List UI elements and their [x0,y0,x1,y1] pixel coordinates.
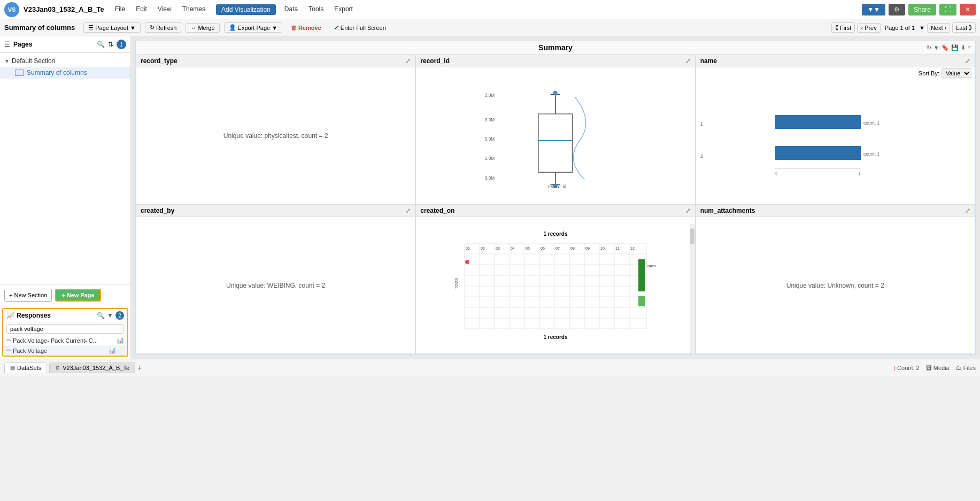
last-page-button[interactable]: Last ⟫ [952,22,976,33]
panel-name-expand[interactable]: ⤢ [965,57,970,65]
panel-num-attachments-expand[interactable]: ⤢ [965,207,970,214]
add-tab-button[interactable]: + [137,364,142,372]
svg-text:06: 06 [541,246,545,250]
viz-menu-icon[interactable]: ≡ [968,44,971,51]
add-visualization-button[interactable]: Add Visualization [216,4,276,15]
response-item-1[interactable]: ✏ Pack Voltage- Pack Current- C... 📊 [3,335,127,345]
sort-by-label: Sort By: [919,70,939,76]
dataset-tab-label: V23Jan03_1532_A_B_Te [63,365,129,371]
boxplot-q1-label: 3.0M [485,156,495,161]
panel-name-content: V23Jan03_1532_A_B_Test1 count: 1 V22Nov0… [696,79,975,204]
sort-by-row: Sort By: Value Label [696,67,975,79]
boxplot-q3-label: 3.0M [485,117,495,122]
expand-button[interactable]: ⛶ [939,4,956,16]
svg-text:count: 1: count: 1 [863,151,880,157]
filter-button[interactable]: ▼▼ [862,4,885,16]
page-item-summary[interactable]: Summary of columns [0,67,130,79]
panel-num-attachments-header: num_attachments ⤢ [696,205,975,217]
sidebar-sort-button[interactable]: ⇅ [108,41,113,48]
viz-filter-icon[interactable]: ▼ [933,44,939,51]
svg-text:V23Jan03_1532_A_B_Test1: V23Jan03_1532_A_B_Test1 [700,121,703,127]
media-label: 🖼 Media [926,365,950,371]
menu-themes[interactable]: Themes [180,4,207,15]
dataset-tab[interactable]: 🗎 V23Jan03_1532_A_B_Te [49,363,135,373]
title-bar: VS V23Jan03_1532_A_B_Te File Edit View T… [0,0,980,19]
response-label-2: Pack Voltage [13,348,106,354]
refresh-button[interactable]: ↻ Refresh [145,22,182,33]
svg-rect-52 [638,291,645,296]
datasets-label: DataSets [17,365,41,371]
layout-icon: ☰ [88,24,94,31]
panel-record-type-content: Unique value: physicaltest, count = 2 [136,67,415,204]
merge-button[interactable]: ↔ Merge [186,23,219,33]
response-item-2[interactable]: ✏ Pack Voltage 📊 ⋮ [3,345,127,356]
svg-text:05: 05 [526,246,530,250]
response-more-button[interactable]: ⋮ [118,347,124,354]
svg-text:03: 03 [496,246,500,250]
chevron-down-icon: ▼ [130,25,136,31]
export-page-button[interactable]: 👤 Export Page ▼ [224,22,282,33]
page-layout-button[interactable]: ☰ Page Layout ▼ [83,22,141,33]
panel-record-type-header: record_type ⤢ [136,55,415,67]
responses-filter-button[interactable]: ▼ [107,312,113,319]
viz-title: Summary [417,43,694,52]
prev-icon: ‹ [861,25,863,31]
count-label: | Count: 2 [894,365,920,371]
viz-bookmark-icon[interactable]: 🔖 [942,44,949,51]
share-button[interactable]: Share [908,4,936,16]
bottom-bar-right: | Count: 2 🖼 Media 🗂 Files [894,365,976,371]
svg-text:10: 10 [600,246,605,250]
responses-label: Responses [17,312,95,319]
remove-button[interactable]: 🗑 Remove [287,24,326,32]
svg-text:08: 08 [570,246,575,250]
prev-page-button[interactable]: ‹ Prev [857,23,880,33]
panel-record-type-title: record_type [141,57,403,65]
svg-text:09: 09 [585,246,590,250]
pages-label: Pages [13,41,94,48]
svg-rect-2 [538,114,573,172]
svg-text:04: 04 [511,246,515,250]
summary-columns-title: Summary of columns [4,24,75,32]
viz-save-icon[interactable]: 💾 [951,44,959,51]
media-icon: 🖼 [926,365,932,371]
content-area: ☰ Pages 🔍 ⇅ 1 ▼ Default Section Summary … [0,36,980,359]
viz-refresh-icon[interactable]: ↻ [927,44,931,51]
first-page-button[interactable]: ⟪ First [831,22,855,33]
boxplot-svg: 3.0M 3.0M 3.0M 3.0M 3.0M [420,82,690,189]
person-icon: 👤 [229,24,236,31]
menu-tools[interactable]: Tools [306,4,326,15]
menu-edit[interactable]: Edit [134,4,149,15]
fullscreen-icon: ⤢ [334,24,339,31]
panel-record-type-expand[interactable]: ⤢ [405,57,411,65]
close-button[interactable]: ✕ [960,4,976,16]
settings-button[interactable]: ⚙ [889,4,905,16]
panel-created-on-expand[interactable]: ⤢ [685,207,691,214]
viz-download-icon[interactable]: ⬇ [961,44,966,51]
svg-point-7 [553,91,557,95]
menu-export[interactable]: Export [332,4,355,15]
scrollbar[interactable] [690,224,695,353]
next-page-button[interactable]: Next › [927,23,950,33]
datasets-tab[interactable]: ▦ DataSets [4,363,47,373]
svg-text:V22Nov03_1758_A_C_Test2: V22Nov03_1758_A_C_Test2 [700,153,703,159]
new-section-button[interactable]: + New Section [4,289,52,302]
sidebar-collapse-button[interactable]: ‹ [130,190,131,206]
fullscreen-button[interactable]: ⤢ Enter Full Screen [330,23,390,32]
menu-file[interactable]: File [113,4,127,15]
app-title: V23Jan03_1532_A_B_Te [24,5,104,13]
menu-view[interactable]: View [156,4,174,15]
panel-record-id-expand[interactable]: ⤢ [685,57,691,65]
panel-created-by-expand[interactable]: ⤢ [405,207,411,214]
trash-icon: 🗑 [291,25,297,31]
chevron-page-icon: ▼ [919,25,925,31]
new-page-button[interactable]: + New Page [55,289,101,302]
default-section-row[interactable]: ▼ Default Section [0,55,130,67]
responses-search-button[interactable]: 🔍 [97,312,105,319]
sidebar-search-button[interactable]: 🔍 [97,41,105,48]
menu-data[interactable]: Data [282,4,300,15]
bar-chart-svg: V23Jan03_1532_A_B_Test1 count: 1 V22Nov0… [700,99,904,184]
panel-num-attachments-content: Unique value: Unknown, count = 2 [696,217,975,353]
sort-by-select[interactable]: Value Label [942,68,971,78]
sidebar-toggle-button[interactable]: ☰ [4,41,10,48]
responses-search-input[interactable] [6,324,124,334]
